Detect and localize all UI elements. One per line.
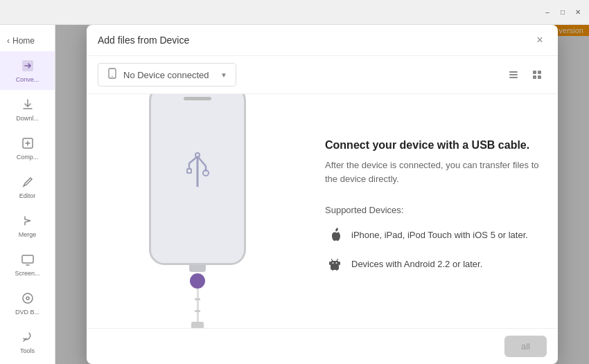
- cable-ball: [190, 273, 205, 289]
- device-selector[interactable]: No Device connected ▼: [98, 63, 236, 87]
- phone-speaker: [184, 97, 211, 100]
- sidebar-item-download[interactable]: Downl...: [0, 90, 55, 129]
- svg-point-23: [333, 262, 334, 264]
- svg-point-6: [112, 76, 113, 78]
- tools-icon: [20, 329, 35, 345]
- list-view-button[interactable]: [504, 65, 523, 84]
- apple-icon: [325, 225, 344, 244]
- add-all-button[interactable]: all: [504, 336, 547, 357]
- svg-rect-8: [509, 74, 518, 75]
- svg-rect-12: [533, 75, 536, 79]
- device-selector-label: No Device connected: [123, 70, 209, 80]
- sidebar-item-tools[interactable]: Tools: [0, 322, 55, 361]
- add-files-modal: Add files from Device ×: [87, 25, 558, 364]
- sidebar-editor-label: Editor: [19, 192, 36, 199]
- minimize-button[interactable]: –: [542, 7, 553, 18]
- modal-title: Add files from Device: [98, 35, 189, 46]
- android-icon: [325, 254, 344, 273]
- phone-illustration: [146, 94, 249, 328]
- main-layout: ‹ Home Conve...: [0, 25, 589, 364]
- svg-rect-25: [329, 262, 331, 265]
- phone-icon: [107, 68, 118, 82]
- info-description: After the device is connected, you can t…: [325, 158, 541, 185]
- svg-rect-20: [187, 169, 191, 173]
- svg-rect-26: [339, 262, 340, 265]
- phone-area: [87, 94, 308, 328]
- editor-icon: [20, 174, 35, 190]
- screen-icon: [20, 252, 35, 267]
- grid-view-button[interactable]: [527, 65, 547, 84]
- content-area: version Add files from Device ×: [55, 25, 589, 364]
- modal-header: Add files from Device ×: [87, 25, 558, 56]
- top-bar: – □ ✕: [0, 0, 589, 25]
- sidebar-convert-label: Conve...: [16, 76, 39, 83]
- svg-rect-2: [22, 255, 33, 263]
- svg-rect-10: [533, 71, 536, 74]
- usb-icon: [181, 151, 214, 199]
- sidebar-merge-label: Merge: [19, 231, 37, 238]
- sidebar-item-compress[interactable]: Comp...: [0, 129, 55, 167]
- sidebar-dvd-label: DVD B...: [15, 309, 39, 316]
- app-window: – □ ✕ ‹ Home Conve...: [0, 0, 589, 364]
- svg-rect-7: [509, 71, 518, 73]
- phone-cable-area: [189, 265, 206, 328]
- modal-body: Connect your device with a USB cable. Af…: [87, 94, 558, 328]
- svg-point-4: [26, 297, 29, 300]
- dropdown-arrow-icon: ▼: [220, 71, 227, 79]
- supported-devices-label: Supported Devices:: [325, 205, 541, 215]
- sidebar-item-dvd[interactable]: DVD B...: [0, 284, 55, 322]
- convert-icon: [20, 58, 35, 73]
- merge-icon: [20, 213, 35, 228]
- sidebar-compress-label: Comp...: [17, 154, 39, 161]
- sidebar-screen-label: Screen...: [15, 270, 39, 277]
- sidebar-item-screen[interactable]: Screen...: [0, 245, 55, 284]
- close-icon: ×: [536, 34, 543, 46]
- apple-device-text: iPhone, iPad, iPod Touch with iOS 5 or l…: [351, 230, 528, 240]
- compress-icon: [20, 136, 35, 151]
- sidebar-download-label: Downl...: [16, 115, 39, 122]
- modal-toolbar: No Device connected ▼: [87, 56, 558, 94]
- usb-plug: [191, 322, 204, 328]
- svg-point-24: [336, 262, 337, 264]
- sidebar: ‹ Home Conve...: [0, 25, 55, 364]
- svg-point-3: [23, 293, 33, 303]
- info-area: Connect your device with a USB cable. Af…: [308, 94, 558, 328]
- download-icon: [20, 97, 35, 112]
- back-arrow-icon: ‹: [7, 36, 10, 46]
- svg-rect-27: [332, 269, 333, 271]
- svg-rect-11: [538, 71, 541, 74]
- home-label: Home: [12, 36, 35, 46]
- svg-rect-13: [538, 75, 541, 79]
- svg-rect-22: [331, 261, 339, 265]
- info-title: Connect your device with a USB cable.: [325, 139, 541, 152]
- maximize-button[interactable]: □: [557, 7, 568, 18]
- sidebar-tools-label: Tools: [20, 347, 35, 354]
- sidebar-item-convert[interactable]: Conve...: [0, 51, 55, 90]
- svg-rect-28: [336, 269, 337, 271]
- svg-point-21: [195, 153, 200, 157]
- svg-line-15: [197, 156, 206, 166]
- sidebar-item-merge[interactable]: Merge: [0, 206, 55, 245]
- sidebar-item-editor[interactable]: Editor: [0, 167, 55, 206]
- phone-body: [149, 94, 246, 265]
- back-button[interactable]: ‹ Home: [0, 30, 55, 51]
- android-device-item: Devices with Android 2.2 or later.: [325, 254, 541, 273]
- close-button[interactable]: ✕: [572, 7, 583, 18]
- apple-device-item: iPhone, iPad, iPod Touch with iOS 5 or l…: [325, 225, 541, 244]
- modal-footer: all: [87, 328, 558, 364]
- window-controls: – □ ✕: [542, 7, 583, 18]
- view-controls: [504, 65, 547, 84]
- android-device-text: Devices with Android 2.2 or later.: [351, 259, 482, 269]
- svg-rect-9: [509, 77, 518, 78]
- modal-overlay: Add files from Device ×: [55, 25, 589, 364]
- modal-close-button[interactable]: ×: [533, 33, 547, 47]
- dvd-icon: [20, 291, 35, 306]
